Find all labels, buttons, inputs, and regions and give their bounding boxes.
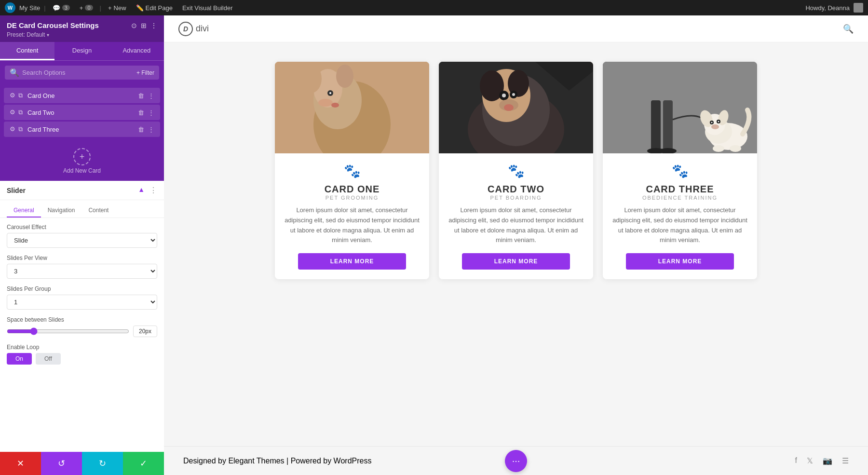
search-icon: 🔍 xyxy=(10,68,19,77)
new-btn[interactable]: + New xyxy=(105,3,129,13)
settings-icon[interactable]: ⚙ xyxy=(10,92,15,99)
svg-point-35 xyxy=(711,122,713,123)
svg-point-7 xyxy=(329,92,331,94)
slides-per-group-group: Slides Per Group 1 2 3 xyxy=(7,285,157,310)
rss-icon[interactable]: ☰ xyxy=(842,456,849,465)
user-avatar[interactable] xyxy=(854,3,863,13)
edit-page-btn[interactable]: ✏️ Edit Page xyxy=(133,3,176,13)
collapse-toggle[interactable]: ▲ xyxy=(138,186,145,195)
svg-point-5 xyxy=(336,65,353,88)
svg-rect-24 xyxy=(663,100,673,153)
card-three-btn[interactable]: LEARN MORE xyxy=(626,253,734,270)
layout-icon-btn[interactable]: ⊞ xyxy=(141,22,147,29)
tab-advanced[interactable]: Advanced xyxy=(109,42,164,60)
save-btn[interactable]: ✓ xyxy=(123,452,164,475)
top-bar-left: W My Site | 💬 3 + 0 | + New ✏️ Edit Page… xyxy=(5,2,236,13)
duplicate-icon[interactable]: ⧉ xyxy=(18,92,23,99)
card-three-image xyxy=(603,62,757,153)
svg-point-37 xyxy=(713,145,724,152)
top-bar-right: Howdy, Deanna xyxy=(805,3,863,13)
tab-design[interactable]: Design xyxy=(54,42,109,60)
filter-label: + Filter xyxy=(136,69,154,76)
search-input[interactable] xyxy=(22,69,134,76)
delete-icon[interactable]: 🗑 xyxy=(138,92,144,99)
card-two-paw-icon: 🐾 xyxy=(448,163,583,179)
slider-form: Carousel Effect Slide Fade Cube Coverflo… xyxy=(0,218,164,377)
footer-social-icons: f 𝕏 📷 ☰ xyxy=(795,456,849,465)
list-item[interactable]: ⚙ ⧉ Card One 🗑 ⋮ xyxy=(4,88,160,103)
settings-icon[interactable]: ⚙ xyxy=(10,125,15,133)
card-one-btn[interactable]: LEARN MORE xyxy=(298,253,406,270)
card-three-title: CARD THREE xyxy=(612,184,747,195)
slider-tab-content[interactable]: Content xyxy=(81,204,115,217)
space-between-slides-group: Space between Slides xyxy=(7,316,157,337)
svg-rect-23 xyxy=(651,100,661,153)
slider-tab-navigation[interactable]: Navigation xyxy=(41,204,82,217)
card-two-btn[interactable]: LEARN MORE xyxy=(462,253,570,270)
filter-btn[interactable]: + Filter xyxy=(136,69,154,76)
more-icon-btn[interactable]: ⋮ xyxy=(150,22,157,29)
slider-tab-general[interactable]: General xyxy=(7,204,41,217)
space-label: Space between Slides xyxy=(7,316,157,323)
svg-point-9 xyxy=(331,103,339,108)
svg-point-34 xyxy=(711,124,719,129)
history-icon-btn[interactable]: ⊙ xyxy=(131,22,137,29)
svg-point-21 xyxy=(504,104,514,111)
twitter-x-icon[interactable]: 𝕏 xyxy=(807,456,813,465)
site-name[interactable]: My Site xyxy=(19,4,40,12)
slides-per-group-label: Slides Per Group xyxy=(7,285,157,292)
slides-per-group-select[interactable]: 1 2 3 xyxy=(7,295,157,310)
undo-icon: ↺ xyxy=(58,458,65,469)
tab-content[interactable]: Content xyxy=(0,42,54,60)
sidebar-tabs: Content Design Advanced xyxy=(0,42,164,61)
footer-text: Designed by Elegant Themes | Powered by … xyxy=(183,457,371,465)
card-three-paw-icon: 🐾 xyxy=(612,163,747,179)
sidebar-title-text: DE Card Carousel Settings xyxy=(7,21,99,29)
canvas-header: D divi 🔍 xyxy=(164,15,868,42)
sidebar-title-row: DE Card Carousel Settings ⊙ ⊞ ⋮ xyxy=(7,21,157,29)
carousel-effect-select[interactable]: Slide Fade Cube Coverflow xyxy=(7,233,157,248)
card-one-image xyxy=(275,62,429,153)
top-bar: W My Site | 💬 3 + 0 | + New ✏️ Edit Page… xyxy=(0,0,868,15)
loop-on-btn[interactable]: On xyxy=(7,353,32,365)
slider-tabs: General Navigation Content xyxy=(0,200,164,218)
canvas-search-icon[interactable]: 🔍 xyxy=(843,24,854,34)
more-icon[interactable]: ⋮ xyxy=(148,109,154,116)
discard-btn[interactable]: ✕ xyxy=(0,452,41,475)
media-btn[interactable]: + 0 xyxy=(77,3,96,13)
wordpress-icon[interactable]: W xyxy=(5,2,15,13)
facebook-icon[interactable]: f xyxy=(795,456,797,465)
delete-icon[interactable]: 🗑 xyxy=(138,109,144,116)
more-icon[interactable]: ⋮ xyxy=(148,92,154,99)
list-item[interactable]: ⚙ ⧉ Card Three 🗑 ⋮ xyxy=(4,122,160,137)
redo-btn[interactable]: ↻ xyxy=(82,452,123,475)
more-icon[interactable]: ⋮ xyxy=(148,126,154,133)
slides-per-view-select[interactable]: 3 1 2 4 xyxy=(7,264,157,279)
slider-more-icon[interactable]: ⋮ xyxy=(149,186,157,195)
loop-off-btn[interactable]: Off xyxy=(36,353,61,365)
dog-three-svg xyxy=(603,62,757,153)
card-three: 🐾 CARD THREE OBEDIENCE TRAINING Lorem ip… xyxy=(603,62,757,279)
duplicate-icon[interactable]: ⧉ xyxy=(18,109,23,116)
card-one-title: CARD ONE xyxy=(285,184,420,195)
instagram-icon[interactable]: 📷 xyxy=(823,456,832,465)
canvas-content: 🐾 CARD ONE PET GROOMING Lorem ipsum dolo… xyxy=(164,42,868,446)
space-value-input[interactable] xyxy=(133,326,157,337)
canvas: D divi 🔍 xyxy=(164,15,868,475)
add-new-card-btn[interactable]: + Add New Card xyxy=(0,141,164,181)
settings-icon[interactable]: ⚙ xyxy=(10,109,15,116)
comments-btn[interactable]: 💬 3 xyxy=(50,3,73,13)
exit-builder-btn[interactable]: Exit Visual Builder xyxy=(179,3,236,13)
sidebar-preset[interactable]: Preset: Default xyxy=(7,31,157,38)
duplicate-icon[interactable]: ⧉ xyxy=(18,125,23,133)
list-item[interactable]: ⚙ ⧉ Card Two 🗑 ⋮ xyxy=(4,105,160,120)
comments-count: 3 xyxy=(62,5,70,11)
footer-fab-btn[interactable]: ··· xyxy=(505,450,527,472)
delete-icon[interactable]: 🗑 xyxy=(138,126,144,133)
space-range-input[interactable] xyxy=(7,327,129,335)
comments-icon: 💬 xyxy=(53,4,60,12)
sidebar: DE Card Carousel Settings ⊙ ⊞ ⋮ Preset: … xyxy=(0,15,164,475)
enable-loop-label: Enable Loop xyxy=(7,344,157,351)
undo-btn[interactable]: ↺ xyxy=(41,452,82,475)
divi-circle-icon: D xyxy=(178,22,193,36)
